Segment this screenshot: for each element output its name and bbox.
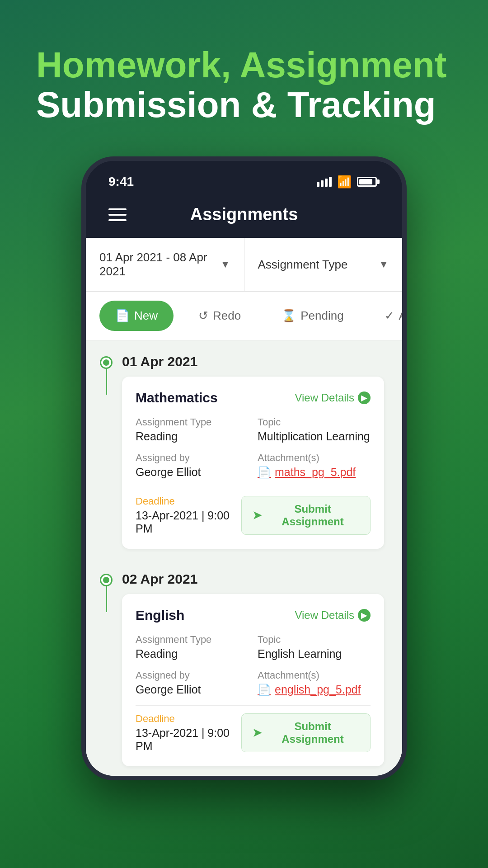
attachments-group-2: Attachment(s) 📄 english_pg_5.pdf — [258, 670, 371, 696]
submit-label-2: Submit Assignment — [266, 720, 359, 745]
tab-pending-label: Pending — [300, 309, 343, 323]
timeline-line-2 — [106, 585, 107, 612]
timeline-col-1 — [90, 354, 122, 395]
card-fields-2: Assignment Type Reading Topic English Le… — [136, 634, 371, 696]
attachment-value-1[interactable]: 📄 maths_pg_5.pdf — [258, 466, 371, 479]
page-header: Homework, Assignment Submission & Tracki… — [0, 0, 488, 147]
submit-icon-1: ➤ — [253, 509, 262, 522]
battery-icon — [357, 177, 380, 187]
subject-name-2: English — [136, 608, 184, 623]
attachments-field-label-1: Attachment(s) — [258, 452, 371, 464]
timeline-line-1 — [106, 368, 107, 395]
tab-new-label: New — [134, 309, 158, 323]
submit-icon-2: ➤ — [253, 726, 262, 739]
view-details-label-2: View Details — [295, 609, 354, 622]
attachment-value-2[interactable]: 📄 english_pg_5.pdf — [258, 683, 371, 696]
approved-tab-icon: ✓ — [385, 309, 394, 323]
deadline-field-label-2: Deadline — [136, 713, 241, 725]
assignment-type-value-1: Reading — [136, 430, 249, 443]
view-details-icon-1: ▶ — [358, 392, 371, 404]
nav-header: Assignments — [86, 196, 402, 238]
assignment-type-field-label-1: Assignment Type — [136, 416, 249, 428]
timeline-dot-1 — [101, 358, 111, 368]
topic-group-2: Topic English Learning — [258, 634, 371, 660]
status-bar: 9:41 📶 — [86, 161, 402, 196]
view-details-btn-1[interactable]: View Details ▶ — [295, 392, 371, 404]
view-details-label-1: View Details — [295, 392, 354, 404]
topic-field-label-1: Topic — [258, 416, 371, 428]
date-label-1: 01 Apr 2021 — [122, 354, 384, 369]
new-tab-icon: 📄 — [115, 309, 130, 323]
submit-assignment-btn-1[interactable]: ➤ Submit Assignment — [241, 496, 371, 535]
tab-new[interactable]: 📄 New — [99, 301, 174, 331]
assignment-card-2: English View Details ▶ Assignment Type — [122, 594, 384, 766]
subject-name-1: Mathematics — [136, 390, 218, 406]
assigned-by-field-label-2: Assigned by — [136, 670, 249, 681]
submit-label-1: Submit Assignment — [266, 503, 359, 528]
date-content-1: 01 Apr 2021 Mathematics View Details ▶ — [122, 354, 393, 558]
assignment-type-group-1: Assignment Type Reading — [136, 416, 249, 443]
assignment-type-group-2: Assignment Type Reading — [136, 634, 249, 660]
signal-icon — [317, 177, 332, 187]
tab-redo[interactable]: ↺ Redo — [183, 301, 257, 331]
tab-pending[interactable]: ⌛ Pending — [266, 301, 359, 331]
deadline-field-label-1: Deadline — [136, 495, 241, 507]
page-title-line2: Submission & Tracking — [36, 85, 452, 125]
topic-value-1: Multiplication Learning — [258, 430, 371, 443]
topic-field-label-2: Topic — [258, 634, 371, 646]
tab-approved[interactable]: ✓ Approved — [369, 301, 402, 331]
card-divider-1 — [136, 488, 371, 488]
view-details-btn-2[interactable]: View Details ▶ — [295, 609, 371, 622]
topic-value-2: English Learning — [258, 647, 371, 660]
attachments-field-label-2: Attachment(s) — [258, 670, 371, 681]
date-range-label: 01 Apr 2021 - 08 Apr 2021 — [99, 250, 221, 278]
deadline-row-2: Deadline 13-Apr-2021 | 9:00 PM ➤ Submit … — [136, 713, 371, 753]
date-range-chevron-icon: ▼ — [221, 259, 230, 270]
pending-tab-icon: ⌛ — [282, 309, 296, 323]
submit-assignment-btn-2[interactable]: ➤ Submit Assignment — [241, 713, 371, 752]
pdf-icon-1: 📄 — [258, 466, 271, 479]
date-section-2: 02 Apr 2021 English View Details ▶ — [90, 558, 393, 775]
assignment-type-chevron-icon: ▼ — [379, 259, 389, 270]
assigned-by-value-1: George Elliot — [136, 466, 249, 479]
assignment-type-filter[interactable]: Assignment Type ▼ — [244, 238, 403, 291]
date-section-3: 02 Apr 2021 Science View Details ▶ — [90, 775, 393, 780]
date-section-1: 01 Apr 2021 Mathematics View Details ▶ — [90, 340, 393, 558]
assigned-by-value-2: George Elliot — [136, 683, 249, 696]
date-content-2: 02 Apr 2021 English View Details ▶ — [122, 571, 393, 775]
wifi-icon: 📶 — [337, 175, 352, 189]
time: 9:41 — [108, 175, 134, 189]
assignment-type-value-2: Reading — [136, 647, 249, 660]
card-header-1: Mathematics View Details ▶ — [136, 390, 371, 406]
assigned-by-group-1: Assigned by George Elliot — [136, 452, 249, 479]
hamburger-menu-icon[interactable] — [108, 208, 127, 221]
status-icons: 📶 — [317, 175, 380, 189]
assigned-by-group-2: Assigned by George Elliot — [136, 670, 249, 696]
tab-redo-label: Redo — [213, 309, 241, 323]
page-title-line1: Homework, Assignment — [36, 45, 452, 85]
card-header-2: English View Details ▶ — [136, 608, 371, 623]
redo-tab-icon: ↺ — [198, 309, 208, 323]
card-fields-1: Assignment Type Reading Topic Multiplica… — [136, 416, 371, 479]
phone-frame: 9:41 📶 Assignments — [81, 156, 407, 780]
assignments-list: 01 Apr 2021 Mathematics View Details ▶ — [86, 340, 402, 780]
card-divider-2 — [136, 705, 371, 706]
attachments-group-1: Attachment(s) 📄 maths_pg_5.pdf — [258, 452, 371, 479]
assigned-by-field-label-1: Assigned by — [136, 452, 249, 464]
deadline-value-1: 13-Apr-2021 | 9:00 PM — [136, 509, 241, 535]
date-range-filter[interactable]: 01 Apr 2021 - 08 Apr 2021 ▼ — [86, 238, 244, 291]
pdf-icon-2: 📄 — [258, 684, 271, 696]
timeline-dot-2 — [101, 575, 111, 585]
assignment-card-1: Mathematics View Details ▶ Assignment Ty… — [122, 377, 384, 549]
date-label-2: 02 Apr 2021 — [122, 571, 384, 587]
deadline-row-1: Deadline 13-Apr-2021 | 9:00 PM ➤ Submit … — [136, 495, 371, 535]
assignment-type-field-label-2: Assignment Type — [136, 634, 249, 646]
deadline-group-2: Deadline 13-Apr-2021 | 9:00 PM — [136, 713, 241, 753]
tab-approved-label: Approved — [399, 309, 402, 323]
deadline-value-2: 13-Apr-2021 | 9:00 PM — [136, 726, 241, 753]
timeline-col-2 — [90, 571, 122, 612]
view-details-icon-2: ▶ — [358, 609, 371, 622]
filter-bar: 01 Apr 2021 - 08 Apr 2021 ▼ Assignment T… — [86, 238, 402, 292]
topic-group-1: Topic Multiplication Learning — [258, 416, 371, 443]
nav-title: Assignments — [190, 205, 298, 224]
